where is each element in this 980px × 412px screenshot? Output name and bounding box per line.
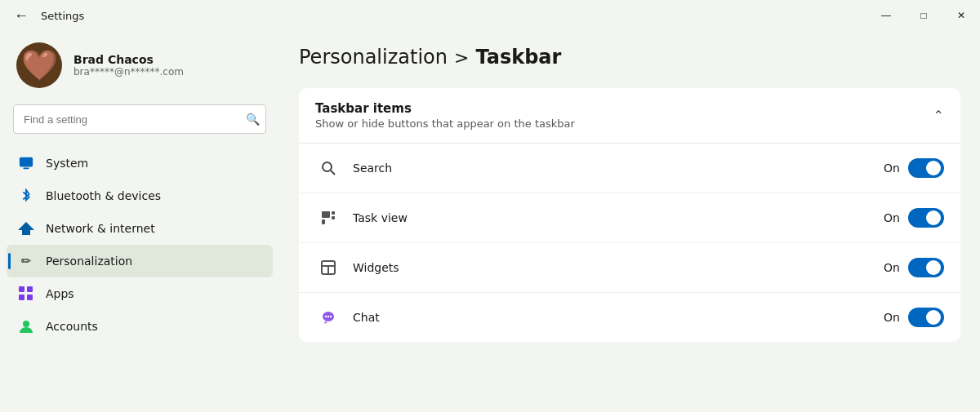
svg-rect-3 bbox=[19, 286, 24, 292]
svg-point-8 bbox=[323, 162, 332, 171]
breadcrumb-separator: > bbox=[454, 47, 469, 68]
chat-row: Chat On bbox=[299, 293, 960, 342]
system-icon bbox=[18, 155, 34, 171]
avatar-image: 🤎 bbox=[21, 51, 58, 80]
svg-rect-11 bbox=[332, 211, 335, 215]
back-button[interactable]: ← bbox=[10, 4, 33, 27]
user-section: 🤎 Brad Chacos bra*****@n******.com bbox=[0, 29, 279, 104]
network-icon bbox=[18, 220, 34, 237]
window-controls: — □ ✕ bbox=[867, 2, 980, 29]
chat-toggle-slider bbox=[908, 308, 944, 327]
svg-rect-6 bbox=[27, 295, 33, 300]
sidebar-item-personalization[interactable]: ✏️ Personalization bbox=[7, 245, 273, 277]
card-header: Taskbar items Show or hide buttons that … bbox=[299, 88, 960, 144]
sidebar-item-apps-label: Apps bbox=[46, 287, 74, 300]
search-input[interactable] bbox=[13, 104, 266, 134]
sidebar-item-apps[interactable]: Apps bbox=[7, 277, 273, 310]
widgets-toggle[interactable] bbox=[908, 258, 944, 277]
taskview-toggle[interactable] bbox=[908, 208, 944, 228]
svg-line-9 bbox=[331, 171, 335, 175]
collapse-icon[interactable]: ⌃ bbox=[933, 108, 944, 123]
breadcrumb-parent: Personalization bbox=[299, 46, 448, 69]
svg-rect-5 bbox=[19, 295, 24, 300]
taskview-row-status: On bbox=[884, 211, 900, 224]
bluetooth-icon bbox=[18, 188, 34, 204]
chat-row-icon bbox=[315, 304, 341, 330]
window-title: Settings bbox=[41, 10, 84, 22]
taskview-toggle-slider bbox=[908, 208, 944, 228]
search-row-status: On bbox=[884, 162, 900, 175]
chat-row-label: Chat bbox=[353, 311, 884, 324]
chat-row-status: On bbox=[884, 311, 900, 324]
nav-list: System Bluetooth & devices Network & int… bbox=[0, 147, 279, 343]
widgets-row-status: On bbox=[884, 261, 900, 274]
breadcrumb: Personalization > Taskbar bbox=[299, 46, 960, 69]
taskbar-items-card: Taskbar items Show or hide buttons that … bbox=[299, 88, 960, 342]
svg-rect-1 bbox=[23, 167, 29, 169]
user-name: Brad Chacos bbox=[74, 53, 184, 66]
search-row-label: Search bbox=[353, 162, 884, 175]
taskview-row-label: Task view bbox=[353, 211, 884, 224]
search-box: 🔍 bbox=[13, 104, 266, 134]
personalization-icon: ✏️ bbox=[18, 253, 34, 269]
widgets-toggle-slider bbox=[908, 258, 944, 277]
sidebar-item-system[interactable]: System bbox=[7, 147, 273, 179]
widgets-row-label: Widgets bbox=[353, 261, 884, 274]
widgets-row-icon bbox=[315, 255, 341, 281]
accounts-icon bbox=[18, 318, 34, 334]
sidebar-item-personalization-label: Personalization bbox=[46, 255, 132, 268]
card-header-text: Taskbar items Show or hide buttons that … bbox=[315, 101, 575, 130]
sidebar-item-system-label: System bbox=[46, 157, 88, 170]
avatar: 🤎 bbox=[16, 42, 62, 88]
taskview-row-icon bbox=[315, 205, 341, 231]
sidebar-item-accounts-label: Accounts bbox=[46, 320, 98, 333]
svg-rect-12 bbox=[332, 216, 335, 219]
user-email: bra*****@n******.com bbox=[74, 66, 184, 78]
sidebar: 🤎 Brad Chacos bra*****@n******.com 🔍 Sys… bbox=[0, 29, 279, 412]
sidebar-item-network[interactable]: Network & internet bbox=[7, 212, 273, 245]
svg-rect-0 bbox=[20, 157, 33, 167]
svg-point-18 bbox=[325, 316, 327, 317]
svg-point-7 bbox=[23, 321, 29, 327]
search-button[interactable]: 🔍 bbox=[246, 113, 260, 126]
sidebar-item-bluetooth[interactable]: Bluetooth & devices bbox=[7, 179, 273, 212]
svg-marker-2 bbox=[18, 222, 34, 235]
search-row: Search On bbox=[299, 144, 960, 193]
taskview-row: Task view On bbox=[299, 193, 960, 243]
title-bar: ← Settings — □ ✕ bbox=[0, 0, 980, 29]
minimize-button[interactable]: — bbox=[867, 2, 905, 29]
title-bar-left: ← Settings bbox=[10, 4, 84, 27]
card-title: Taskbar items bbox=[315, 101, 575, 116]
search-row-icon bbox=[315, 155, 341, 181]
search-toggle[interactable] bbox=[908, 158, 944, 178]
close-button[interactable]: ✕ bbox=[942, 2, 980, 29]
search-toggle-slider bbox=[908, 158, 944, 178]
user-info: Brad Chacos bra*****@n******.com bbox=[74, 53, 184, 78]
sidebar-item-accounts[interactable]: Accounts bbox=[7, 310, 273, 343]
sidebar-item-network-label: Network & internet bbox=[46, 222, 155, 235]
app-layout: 🤎 Brad Chacos bra*****@n******.com 🔍 Sys… bbox=[0, 29, 980, 412]
main-content: Personalization > Taskbar Taskbar items … bbox=[279, 29, 980, 412]
widgets-row: Widgets On bbox=[299, 243, 960, 293]
svg-point-19 bbox=[327, 316, 329, 317]
maximize-button[interactable]: □ bbox=[905, 2, 942, 29]
svg-point-20 bbox=[330, 316, 332, 317]
apps-icon bbox=[18, 286, 34, 302]
breadcrumb-current: Taskbar bbox=[475, 46, 561, 69]
svg-rect-4 bbox=[27, 286, 33, 292]
chat-toggle[interactable] bbox=[908, 308, 944, 327]
svg-rect-13 bbox=[322, 219, 325, 224]
sidebar-item-bluetooth-label: Bluetooth & devices bbox=[46, 189, 161, 202]
svg-rect-10 bbox=[322, 211, 330, 218]
card-subtitle: Show or hide buttons that appear on the … bbox=[315, 117, 575, 130]
